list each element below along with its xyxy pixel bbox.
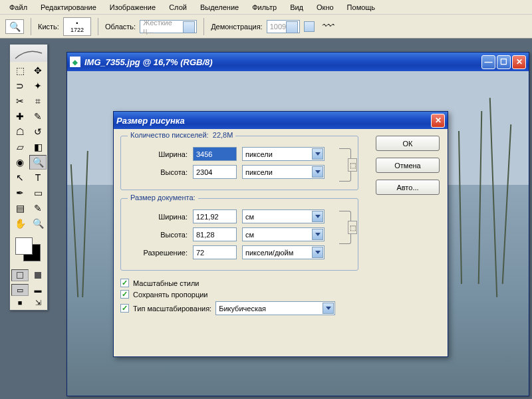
resample-checkbox[interactable]: ✓ bbox=[120, 304, 129, 313]
eyedropper-icon[interactable]: ✎ bbox=[29, 201, 47, 215]
doc-height-unit[interactable]: см bbox=[242, 227, 325, 241]
document-title: IMG_7355.jpg @ 16,7% (RGB/8) bbox=[84, 57, 213, 67]
menu-file[interactable]: Файл bbox=[3, 1, 34, 13]
options-bar: 🔍 Кисть: • 1722 Область: Жесткие ц... Де… bbox=[0, 15, 532, 39]
blur-tool-icon[interactable]: ◉ bbox=[11, 155, 29, 170]
document-size-group: Размер документа: Ширина: см Высота: см bbox=[120, 198, 358, 271]
brush-size-value: 1722 bbox=[70, 27, 84, 33]
dialog-title: Размер рисунка bbox=[116, 116, 185, 126]
constrain-link-icon[interactable]: ⬚ bbox=[348, 158, 357, 172]
doc-size-label: Размер документа: bbox=[128, 194, 198, 201]
zoom-tool-icon[interactable]: 🔍 bbox=[5, 19, 24, 34]
doc-width-input[interactable] bbox=[193, 209, 237, 223]
pixel-dims-label: Количество пискселей: bbox=[130, 131, 209, 139]
zoom-tool-icon2[interactable]: 🔍 bbox=[29, 216, 47, 231]
demo-value[interactable]: 1009 bbox=[267, 20, 300, 33]
resolution-unit[interactable]: пиксели/дюйм bbox=[242, 245, 325, 259]
doc-width-unit[interactable]: см bbox=[242, 209, 325, 223]
pixel-dimensions-group: Количество пискселей: 22,8M Ширина: пикс… bbox=[120, 136, 358, 190]
menu-select[interactable]: Выделение bbox=[194, 1, 245, 13]
toolbox-header bbox=[10, 45, 47, 62]
move-tool-icon[interactable]: ✥ bbox=[29, 63, 47, 78]
resample-label: Тип масштабирования: bbox=[133, 305, 211, 313]
menu-image[interactable]: Изображение bbox=[103, 1, 162, 13]
doc-constrain-link-icon[interactable]: ⬚ bbox=[348, 221, 357, 234]
standard-mode-icon[interactable] bbox=[11, 269, 29, 281]
screen-full-icon[interactable]: ■ bbox=[11, 297, 29, 309]
menu-bar: Файл Редактирование Изображение Слой Выд… bbox=[0, 0, 532, 15]
demo-play-icon[interactable] bbox=[304, 21, 315, 32]
notes-tool-icon[interactable]: ▤ bbox=[11, 201, 29, 215]
gradient-tool-icon[interactable]: ◧ bbox=[29, 140, 47, 154]
px-height-label: Высота: bbox=[128, 168, 188, 176]
image-size-dialog: Размер рисунка ✕ ОК Отмена Авто... Колич… bbox=[113, 111, 448, 357]
eraser-tool-icon[interactable]: ▱ bbox=[11, 140, 29, 154]
menu-view[interactable]: Вид bbox=[283, 1, 310, 13]
px-width-label: Ширина: bbox=[128, 150, 188, 158]
minimize-button[interactable]: — bbox=[481, 55, 495, 69]
doc-height-label: Высота: bbox=[128, 231, 188, 239]
resolution-label: Разрешение: bbox=[128, 249, 188, 257]
menu-window[interactable]: Окно bbox=[310, 1, 340, 13]
menu-edit[interactable]: Редактирование bbox=[34, 1, 103, 13]
doc-height-input[interactable] bbox=[193, 227, 237, 241]
type-tool-icon[interactable]: T bbox=[29, 170, 47, 185]
document-titlebar[interactable]: ◆ IMG_7355.jpg @ 16,7% (RGB/8) — ☐ ✕ bbox=[67, 53, 529, 71]
color-swatches[interactable] bbox=[13, 235, 45, 265]
shape-tool-icon[interactable]: ▭ bbox=[29, 186, 47, 200]
slice-tool-icon[interactable]: ⌗ bbox=[29, 94, 47, 108]
menu-help[interactable]: Помощь bbox=[340, 1, 382, 13]
dodge-tool-icon[interactable]: 🔍 bbox=[29, 155, 47, 170]
brush-tool-icon[interactable]: ✎ bbox=[29, 109, 47, 124]
stamp-tool-icon[interactable]: ☖ bbox=[11, 124, 29, 139]
wand-tool-icon[interactable]: ✦ bbox=[29, 78, 47, 93]
area-dropdown[interactable]: Жесткие ц... bbox=[140, 20, 197, 33]
brush-preset[interactable]: • 1722 bbox=[63, 17, 91, 36]
scale-styles-checkbox[interactable]: ✓ bbox=[120, 279, 129, 287]
dialog-titlebar[interactable]: Размер рисунка ✕ bbox=[114, 112, 448, 129]
px-height-unit[interactable]: пиксели bbox=[242, 165, 325, 179]
resample-method[interactable]: Бикубическая bbox=[215, 301, 335, 315]
marquee-tool-icon[interactable]: ⬚ bbox=[11, 63, 29, 78]
brush-label: Кисть: bbox=[38, 23, 59, 31]
history-brush-icon[interactable]: ↺ bbox=[29, 124, 47, 139]
heal-tool-icon[interactable]: ✚ bbox=[11, 109, 29, 124]
maximize-button[interactable]: ☐ bbox=[497, 55, 511, 69]
pen-tool-icon[interactable]: ✒ bbox=[11, 186, 29, 200]
close-button[interactable]: ✕ bbox=[512, 55, 526, 69]
lasso-tool-icon[interactable]: ⊃ bbox=[11, 78, 29, 93]
screen-full-menu-icon[interactable]: ▬ bbox=[29, 284, 47, 296]
scale-styles-label: Масштабные стили bbox=[133, 279, 199, 287]
dialog-close-button[interactable]: ✕ bbox=[431, 114, 445, 128]
px-width-unit[interactable]: пиксели bbox=[242, 147, 325, 161]
constrain-label: Сохранять пропорции bbox=[133, 291, 208, 299]
auto-button[interactable]: Авто... bbox=[376, 180, 440, 195]
airbrush-icon[interactable]: 〰 bbox=[321, 19, 333, 33]
menu-layer[interactable]: Слой bbox=[162, 1, 194, 13]
doc-width-label: Ширина: bbox=[128, 213, 188, 221]
screen-standard-icon[interactable]: ▭ bbox=[11, 284, 29, 296]
ok-button[interactable]: ОК bbox=[376, 136, 440, 151]
quickmask-mode-icon[interactable] bbox=[29, 269, 47, 281]
demo-label: Демонстрация: bbox=[211, 23, 263, 31]
fg-color-swatch[interactable] bbox=[15, 237, 33, 255]
menu-filter[interactable]: Фильтр bbox=[245, 1, 283, 13]
path-select-icon[interactable]: ↖ bbox=[11, 170, 29, 185]
hand-tool-icon[interactable]: ✋ bbox=[11, 216, 29, 231]
crop-tool-icon[interactable]: ✂ bbox=[11, 94, 29, 108]
resolution-input[interactable] bbox=[193, 245, 237, 259]
area-label: Область: bbox=[105, 23, 136, 31]
constrain-checkbox[interactable]: ✓ bbox=[120, 290, 129, 299]
cancel-button[interactable]: Отмена bbox=[376, 158, 440, 173]
px-height-input[interactable] bbox=[193, 165, 237, 179]
document-icon: ◆ bbox=[70, 57, 80, 67]
toolbox: ⬚ ✥ ⊃ ✦ ✂ ⌗ ✚ ✎ ☖ ↺ ▱ ◧ ◉ 🔍 ↖ T ✒ ▭ ▤ ✎ … bbox=[9, 44, 48, 311]
pixel-dims-size: 22,8M bbox=[213, 131, 233, 139]
jump-to-icon[interactable]: ⇲ bbox=[29, 297, 47, 309]
px-width-input[interactable] bbox=[193, 147, 237, 161]
